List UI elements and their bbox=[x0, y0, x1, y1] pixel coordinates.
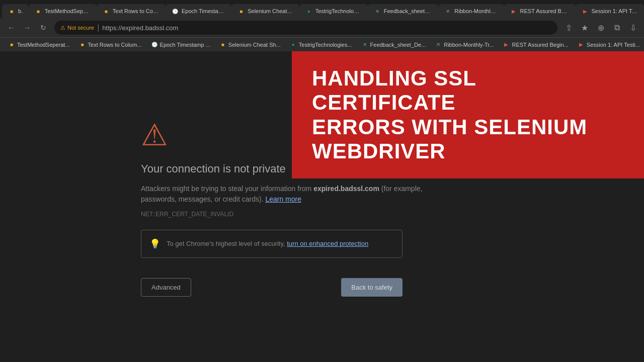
tab-tab-4[interactable]: 🕒 Epoch Timestamp ... bbox=[166, 4, 231, 18]
bookmark-bm-1[interactable]: ■ TestMethodSeperat... bbox=[4, 40, 74, 49]
red-banner: HANDLING SSL CERTIFICATE ERRORS WITH SEL… bbox=[292, 51, 644, 178]
tab-favicon: ■ bbox=[103, 8, 110, 15]
tab-favicon: ● bbox=[305, 8, 312, 15]
bookmark-label: TestrigTechnologies... bbox=[299, 42, 352, 48]
tab-tab-5[interactable]: ■ Selenium Cheat Sh... bbox=[231, 4, 299, 18]
bookmark-favicon: 🕒 bbox=[151, 41, 158, 48]
tab-label: Selenium Cheat Sh... bbox=[248, 8, 293, 14]
tab-tab-8[interactable]: ✕ Ribbon-Monthly-Tr... bbox=[438, 4, 504, 18]
bookmark-label: Feedback_sheet_De... bbox=[370, 42, 426, 48]
back-button[interactable]: ← bbox=[4, 21, 18, 35]
bookmark-bm-6[interactable]: ✕ Feedback_sheet_De... bbox=[357, 40, 430, 49]
tab-tab-3[interactable]: ■ Text Rows to Colum... bbox=[97, 4, 166, 18]
bookmark-bm-8[interactable]: ▶ REST Assured Begin... bbox=[499, 40, 572, 49]
error-domain: expired.badssl.com bbox=[313, 185, 379, 193]
tab-label: Epoch Timestamp ... bbox=[182, 8, 225, 14]
url-separator: | bbox=[97, 23, 99, 32]
bookmark-bm-3[interactable]: 🕒 Epoch Timestamp ... bbox=[147, 40, 214, 49]
warning-triangle-icon: ⚠ bbox=[60, 25, 65, 31]
bookmark-bm-9[interactable]: ▶ Session 1: API Testi... bbox=[574, 40, 644, 49]
tab-favicon: ▶ bbox=[510, 8, 517, 15]
bookmark-label: TestMethodSeperat... bbox=[17, 42, 70, 48]
bookmark-bm-7[interactable]: ✕ Ribbon-Monthly-Tr... bbox=[431, 40, 498, 49]
bookmark-label: Ribbon-Monthly-Tr... bbox=[444, 42, 494, 48]
warning-icon: ⚠ bbox=[141, 117, 168, 152]
tab-tab-7[interactable]: ✕ Feedback_sheet_De... bbox=[368, 4, 439, 18]
advanced-button[interactable]: Advanced bbox=[141, 278, 191, 297]
bookmark-favicon: ▶ bbox=[578, 41, 585, 48]
share-icon[interactable]: ⇧ bbox=[561, 21, 576, 35]
bookmark-bm-5[interactable]: ● TestrigTechnologies... bbox=[286, 40, 356, 49]
reload-button[interactable]: ↻ bbox=[36, 21, 50, 35]
tab-label: REST Assured Begin... bbox=[520, 8, 570, 14]
bookmark-favicon: ■ bbox=[79, 41, 86, 48]
tab-label: Ribbon-Monthly-Tr... bbox=[454, 8, 498, 14]
chrome-icon[interactable]: ⊕ bbox=[594, 21, 608, 35]
tab-label: be bbox=[18, 8, 23, 14]
learn-more-link[interactable]: Learn more bbox=[265, 195, 301, 203]
tab-label: Session 1: API Testi... bbox=[592, 8, 638, 14]
browser-chrome: ■ be ■ TestMethodSeperat... ■ Text Rows … bbox=[0, 0, 644, 51]
security-badge: ⚠ Not secure bbox=[60, 25, 94, 31]
button-row: Advanced Back to safety bbox=[141, 278, 403, 297]
tab-favicon: ■ bbox=[8, 8, 15, 15]
error-description-prefix: Attackers might be trying to steal your … bbox=[141, 185, 313, 193]
tab-label: TestMethodSeperat... bbox=[45, 8, 91, 14]
bookmark-icon[interactable]: ★ bbox=[578, 21, 592, 35]
bookmark-favicon: ■ bbox=[8, 41, 15, 48]
tab-tab-2[interactable]: ■ TestMethodSeperat... bbox=[29, 4, 97, 18]
tab-tab-6[interactable]: ● TestrigTechnologies... bbox=[299, 4, 368, 18]
tab-label: Text Rows to Colum... bbox=[113, 8, 159, 14]
security-label: Not secure bbox=[67, 25, 94, 31]
security-text: To get Chrome's highest level of securit… bbox=[167, 240, 368, 247]
tab-favicon: ✕ bbox=[374, 8, 381, 15]
tab-bar: ■ be ■ TestMethodSeperat... ■ Text Rows … bbox=[0, 0, 644, 18]
url-text: https://expired.badssl.com bbox=[102, 24, 178, 32]
tab-tab-9[interactable]: ▶ REST Assured Begin... bbox=[504, 4, 576, 18]
bookmark-label: Selenium Cheat Sh... bbox=[228, 42, 281, 48]
banner-line3: WEBDRIVER bbox=[312, 139, 624, 163]
bookmark-favicon: ■ bbox=[219, 41, 226, 48]
forward-button[interactable]: → bbox=[20, 21, 34, 35]
bookmark-favicon: ✕ bbox=[435, 41, 442, 48]
bookmark-label: REST Assured Begin... bbox=[512, 42, 568, 48]
bookmark-label: Epoch Timestamp ... bbox=[160, 42, 210, 48]
url-bar[interactable]: ⚠ Not secure | https://expired.badssl.co… bbox=[54, 21, 557, 35]
tab-favicon: ✕ bbox=[444, 8, 451, 15]
back-to-safety-button[interactable]: Back to safety bbox=[341, 278, 403, 297]
tab-tab-1[interactable]: ■ be bbox=[2, 4, 29, 18]
security-text-prefix: To get Chrome's highest level of securit… bbox=[167, 240, 285, 247]
bookmark-favicon: ● bbox=[290, 41, 297, 48]
error-code: NET::ERR_CERT_DATE_INVALID bbox=[141, 211, 233, 218]
tab-favicon: ■ bbox=[35, 8, 42, 15]
lightbulb-icon: 💡 bbox=[149, 238, 160, 249]
banner-text: HANDLING SSL CERTIFICATE ERRORS WITH SEL… bbox=[312, 66, 624, 163]
tab-label: TestrigTechnologies... bbox=[315, 8, 362, 14]
tab-favicon: 🕒 bbox=[172, 8, 179, 15]
bookmark-bm-4[interactable]: ■ Selenium Cheat Sh... bbox=[215, 40, 285, 49]
bookmark-label: Session 1: API Testi... bbox=[587, 42, 640, 48]
bookmark-favicon: ✕ bbox=[361, 41, 368, 48]
toolbar-icons: ⇧ ★ ⊕ ⧉ ⇩ bbox=[561, 21, 640, 35]
page-content: ⚠ Your connection is not private Attacke… bbox=[0, 51, 644, 362]
enhanced-protection-link[interactable]: turn on enhanced protection bbox=[287, 240, 368, 247]
bookmarks-bar: ■ TestMethodSeperat... ■ Text Rows to Co… bbox=[0, 37, 644, 51]
error-description: Attackers might be trying to steal your … bbox=[141, 184, 423, 205]
tab-tab-10[interactable]: ▶ Session 1: API Testi... bbox=[576, 4, 644, 18]
download-icon[interactable]: ⇩ bbox=[626, 21, 640, 35]
error-title: Your connection is not private bbox=[141, 162, 286, 175]
nav-buttons: ← → ↻ bbox=[4, 21, 50, 35]
security-box: 💡 To get Chrome's highest level of secur… bbox=[141, 230, 403, 258]
tab-favicon: ■ bbox=[237, 8, 245, 15]
extensions-icon[interactable]: ⧉ bbox=[610, 21, 624, 35]
banner-line1: HANDLING SSL CERTIFICATE bbox=[312, 66, 624, 115]
tab-label: Feedback_sheet_De... bbox=[384, 8, 433, 14]
bookmark-favicon: ▶ bbox=[503, 41, 510, 48]
banner-line2: ERRORS WITH SELENIUM bbox=[312, 115, 624, 139]
tab-favicon: ▶ bbox=[582, 8, 589, 15]
bookmark-label: Text Rows to Colum... bbox=[88, 42, 142, 48]
omnibar: ← → ↻ ⚠ Not secure | https://expired.bad… bbox=[0, 18, 644, 37]
bookmark-bm-2[interactable]: ■ Text Rows to Colum... bbox=[75, 40, 146, 49]
